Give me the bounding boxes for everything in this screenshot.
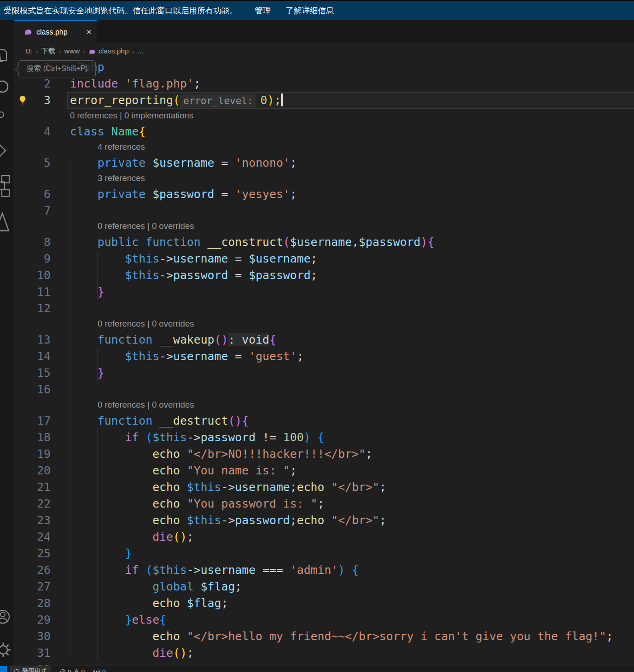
code-line[interactable]: 25 } xyxy=(0,545,634,562)
line-number: 2 xyxy=(13,76,51,92)
status-bar: 受限模式 0 0 0 xyxy=(0,666,634,672)
code-line[interactable]: 31 die(); xyxy=(0,645,634,661)
settings-gear-icon[interactable] xyxy=(0,640,12,660)
codelens-link[interactable]: 0 references | 0 overrides xyxy=(98,219,194,233)
tab-class-php[interactable]: class.php ✕ xyxy=(14,20,97,43)
chevron-icon[interactable] xyxy=(0,140,8,161)
code-line[interactable]: 5 private $username = 'nonono'; xyxy=(0,155,634,171)
code-line[interactable]: 26 if ($this->username === 'admin') { xyxy=(0,562,634,579)
close-icon[interactable]: ✕ xyxy=(86,28,92,36)
line-number: 21 xyxy=(13,479,51,496)
code-line[interactable]: 13 function __wakeup(): void{ xyxy=(0,332,634,348)
inlay-hint: error_level: xyxy=(180,94,256,107)
code-line[interactable]: 23 echo $this->password;echo "</br>"; xyxy=(0,512,634,529)
code-line[interactable]: 16 xyxy=(0,381,634,398)
code-line[interactable]: 24 die(); xyxy=(0,529,634,545)
extensions-icon[interactable] xyxy=(0,172,11,199)
code-line[interactable]: 6 private $password = 'yesyes'; xyxy=(0,186,634,203)
editor[interactable]: 1<?php2include 'flag.php';3error_reporti… xyxy=(0,59,634,666)
breadcrumb-symbol-ellipsis[interactable]: ... xyxy=(138,47,144,55)
line-number: 29 xyxy=(13,612,51,628)
code-line[interactable]: 20 echo "You name is: "; xyxy=(0,462,634,479)
breadcrumb-file[interactable]: class.php xyxy=(99,47,128,55)
codelens-link[interactable]: 4 references xyxy=(98,140,145,154)
code-line[interactable]: 14 $this->username = 'guest'; xyxy=(0,348,634,365)
code-text: echo "You name is: "; xyxy=(70,462,297,479)
breadcrumb-drive[interactable]: D: xyxy=(25,47,33,55)
restricted-mode-status[interactable]: 受限模式 xyxy=(10,666,51,672)
php-elephant-icon xyxy=(88,48,96,56)
code-line[interactable]: 30 echo "</br>hello my friend~~</br>sorr… xyxy=(0,628,634,645)
code-line[interactable]: 9 $this->username = $username; xyxy=(0,251,634,267)
code-line[interactable]: 28 echo $flag; xyxy=(0,595,634,612)
code-text: } xyxy=(70,284,105,300)
code-text: public function __construct($username,$p… xyxy=(70,234,434,251)
code-text: class Name{ xyxy=(70,123,145,140)
code-line[interactable]: 8 public function __construct($username,… xyxy=(0,234,634,251)
codelens-link[interactable]: 0 references | 0 overrides xyxy=(98,317,194,331)
search-tooltip-text: 搜索 (Ctrl+Shift+P) xyxy=(26,64,87,74)
code-text: include 'flag.php'; xyxy=(70,76,201,92)
line-number: 13 xyxy=(13,332,51,348)
line-number: 7 xyxy=(13,203,51,219)
code-line[interactable]: 22 echo "You password is: "; xyxy=(0,496,634,512)
code-line[interactable]: 2include 'flag.php'; xyxy=(0,76,634,92)
search-icon[interactable] xyxy=(0,79,10,97)
codelens-link[interactable]: 3 references xyxy=(98,171,145,185)
shield-icon xyxy=(14,669,20,672)
ports-status[interactable]: 0 xyxy=(89,666,110,672)
account-icon[interactable] xyxy=(0,608,11,626)
restricted-mode-banner: 受限模式旨在实现安全地浏览代码。信任此窗口以启用所有功能。 管理 了解详细信息 xyxy=(0,1,634,20)
line-number: 27 xyxy=(13,579,51,595)
key-icon[interactable] xyxy=(0,110,6,121)
code-line[interactable]: 11 } xyxy=(0,284,634,300)
code-text: } xyxy=(70,545,132,562)
codelens-link[interactable]: 0 references | 0 implementations xyxy=(70,109,193,123)
learn-more-link[interactable]: 了解详细信息 xyxy=(286,5,334,16)
codelens-link[interactable]: 0 references | 0 overrides xyxy=(98,398,194,412)
code-line[interactable]: 18 if ($this->password != 100) { xyxy=(0,429,634,446)
line-number: 9 xyxy=(13,251,51,267)
tab-label: class.php xyxy=(36,28,83,36)
chevron-right-icon: › xyxy=(36,47,38,55)
line-number: 17 xyxy=(13,413,51,429)
codelens-row: 0 references | 0 overrides xyxy=(0,398,634,413)
code-line[interactable]: 4class Name{ xyxy=(0,123,634,140)
files-icon[interactable] xyxy=(0,47,8,64)
code-line[interactable]: 15 } xyxy=(0,365,634,381)
error-count: 0 xyxy=(68,668,71,672)
lightbulb-icon[interactable] xyxy=(17,95,28,105)
line-number: 26 xyxy=(13,562,51,579)
code-line[interactable]: 10 $this->password = $password; xyxy=(0,267,634,284)
code-text: die(); xyxy=(70,529,194,545)
code-line[interactable]: 17 function __destruct(){ xyxy=(0,413,634,429)
code-line[interactable]: 12 xyxy=(0,300,634,317)
code-line[interactable]: 27 global $flag; xyxy=(0,579,634,595)
line-number: 8 xyxy=(13,234,51,251)
chevron-right-icon: › xyxy=(83,47,85,55)
code-line[interactable]: 32 xyxy=(0,661,634,666)
line-number: 25 xyxy=(13,545,51,562)
banner-message: 受限模式旨在实现安全地浏览代码。信任此窗口以启用所有功能。 xyxy=(4,5,238,16)
code-line[interactable]: 3error_reporting(error_level:0); xyxy=(0,92,634,109)
triangle-icon[interactable] xyxy=(0,210,10,234)
port-count: 0 xyxy=(102,668,106,672)
breadcrumb-folder-www[interactable]: www xyxy=(64,47,80,55)
code-text: die(); xyxy=(70,645,194,661)
code-text: }else{ xyxy=(70,612,166,628)
line-number: 14 xyxy=(13,348,51,365)
line-number: 20 xyxy=(13,462,51,479)
code-text: function __destruct(){ xyxy=(70,413,249,429)
line-number: 5 xyxy=(13,155,51,171)
codelens-row: 0 references | 0 overrides xyxy=(0,317,634,332)
code-text: private $password = 'yesyes'; xyxy=(70,186,297,203)
code-line[interactable]: 29 }else{ xyxy=(0,612,634,628)
code-line[interactable]: 19 echo "</br>NO!!!hacker!!!</br>"; xyxy=(0,446,634,462)
code-line[interactable]: 21 echo $this->username;echo "</br>"; xyxy=(0,479,634,496)
chevron-right-icon: › xyxy=(59,47,61,55)
code-line[interactable]: 7 xyxy=(0,203,634,219)
remote-indicator[interactable] xyxy=(0,666,7,672)
breadcrumb-folder-download[interactable]: 下载 xyxy=(41,47,56,56)
problems-status[interactable]: 0 0 xyxy=(56,666,89,672)
manage-link[interactable]: 管理 xyxy=(255,5,271,16)
